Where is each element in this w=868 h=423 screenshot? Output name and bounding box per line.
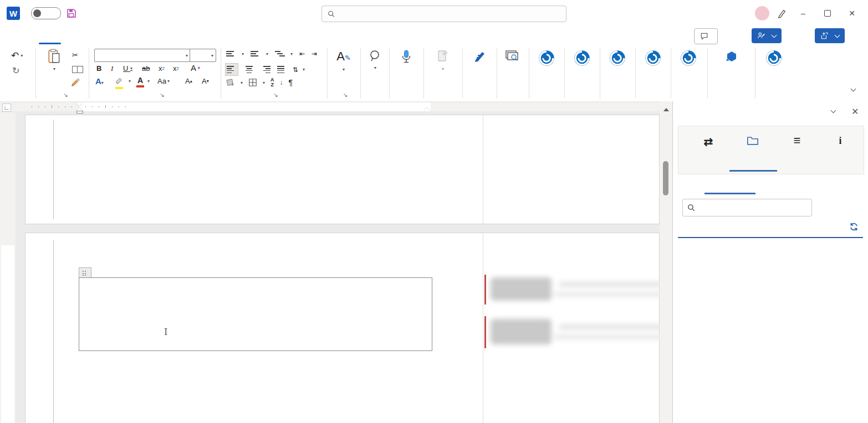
paste-button[interactable]: ▾: [42, 49, 67, 71]
align-left-button[interactable]: [225, 63, 238, 76]
styles-dialog-launcher[interactable]: ↘: [343, 92, 348, 98]
pilcrow-button[interactable]: ¶: [289, 78, 293, 87]
right-indent-marker[interactable]: [423, 107, 430, 111]
font-name-combo[interactable]: ▾: [94, 49, 191, 62]
reviewing-button[interactable]: [752, 28, 782, 43]
gep-docplus-button-2[interactable]: [566, 50, 598, 68]
page-1[interactable]: [25, 115, 660, 224]
reuse-files-button[interactable]: [498, 50, 527, 64]
font-size-combo[interactable]: ▾: [190, 49, 216, 62]
gep-docplus-button-4[interactable]: [637, 50, 668, 68]
doc-scrollbar[interactable]: [660, 101, 672, 423]
horizontal-ruler[interactable]: [0, 102, 660, 111]
page-2[interactable]: I: [25, 233, 660, 423]
ink-pen-icon[interactable]: [777, 8, 787, 18]
styles-button[interactable]: A✎ ▾: [330, 50, 357, 72]
tab-insert[interactable]: [41, 29, 45, 35]
tab-review[interactable]: [113, 29, 118, 35]
tab-mailings[interactable]: [99, 29, 103, 35]
subscript-button[interactable]: x2: [159, 64, 165, 73]
font-color-button[interactable]: A: [136, 76, 144, 87]
gep-docplus-button-3[interactable]: [602, 50, 633, 68]
payment-heading[interactable]: [80, 366, 82, 377]
underline-button[interactable]: U ▾: [123, 64, 132, 73]
bullet-list-button[interactable]: [226, 50, 235, 58]
gep-docplus-button-1[interactable]: [531, 50, 562, 68]
collapse-ribbon-chevron-icon[interactable]: [851, 86, 856, 92]
editor-button[interactable]: [464, 50, 494, 65]
editing-button[interactable]: ▾: [362, 50, 388, 70]
tab-view[interactable]: [127, 29, 132, 35]
titlebar-search-input[interactable]: [340, 9, 560, 19]
minimize-button[interactable]: –: [795, 5, 811, 22]
show-taskpane-button[interactable]: [711, 50, 753, 66]
panel-nav-info[interactable]: i: [824, 135, 857, 149]
tab-help[interactable]: [156, 29, 161, 35]
revision-balloon-1[interactable]: [487, 273, 682, 309]
format-painter-button[interactable]: [71, 78, 80, 89]
panel-nav-actions[interactable]: ⇄: [691, 136, 726, 151]
clause-search-input[interactable]: [700, 203, 785, 213]
tab-home[interactable]: [27, 29, 31, 35]
clause-search[interactable]: [682, 199, 812, 216]
panel-nav-library[interactable]: [735, 135, 770, 149]
sensitivity-button[interactable]: ▾: [426, 50, 460, 71]
tab-xauthor-templates[interactable]: [185, 29, 190, 35]
tab-references[interactable]: [84, 29, 89, 35]
scrollbar-thumb[interactable]: [663, 161, 668, 195]
paragraph-dialog-launcher[interactable]: ↘: [273, 92, 278, 98]
align-right-button[interactable]: [259, 63, 272, 76]
tab-layout[interactable]: [70, 29, 74, 35]
cut-button[interactable]: ✂: [72, 51, 78, 59]
superscript-button[interactable]: x2: [173, 64, 179, 73]
clause-content-control-tag[interactable]: [79, 267, 91, 278]
panel-collapse-chevron-icon[interactable]: [831, 108, 836, 114]
close-button[interactable]: ✕: [844, 5, 860, 22]
borders-button[interactable]: [248, 78, 257, 87]
restore-button[interactable]: [819, 5, 836, 22]
sort-button[interactable]: AZ: [270, 78, 274, 87]
bold-button[interactable]: B: [96, 64, 101, 73]
titlebar-search[interactable]: [321, 6, 566, 22]
increase-indent-button[interactable]: ⇥: [312, 50, 317, 58]
gep-docplus-button-5[interactable]: [673, 50, 704, 68]
tab-design[interactable]: [55, 29, 60, 35]
italic-button[interactable]: I: [111, 64, 113, 73]
revision-balloon-2[interactable]: [487, 313, 682, 353]
copy-button[interactable]: [72, 64, 83, 75]
share-button[interactable]: [815, 28, 845, 43]
scroll-up-arrow[interactable]: [663, 108, 669, 111]
left-indent-marker[interactable]: [76, 111, 83, 114]
gep-docplus-button-6[interactable]: [758, 50, 789, 68]
line-spacing-button[interactable]: ⇅: [293, 66, 298, 74]
clause-box[interactable]: I: [79, 277, 432, 351]
panel-nav-navigator[interactable]: ≡: [779, 135, 815, 150]
highlight-button[interactable]: [115, 76, 124, 89]
font-dialog-launcher[interactable]: ↘: [160, 92, 164, 98]
justify-button[interactable]: [276, 63, 288, 76]
vertical-ruler[interactable]: [0, 112, 16, 423]
first-line-indent-marker[interactable]: [76, 103, 83, 106]
tab-developer[interactable]: [142, 29, 146, 35]
strikethrough-button[interactable]: ab: [142, 64, 150, 73]
comments-button[interactable]: [694, 28, 718, 44]
redo-button[interactable]: ↻: [12, 65, 19, 76]
dictate-button[interactable]: [391, 50, 421, 65]
clipboard-dialog-launcher[interactable]: ↘: [63, 92, 68, 98]
payment-item[interactable]: [94, 383, 448, 394]
align-center-button[interactable]: [243, 63, 255, 76]
grow-font-button[interactable]: A▴: [185, 77, 192, 85]
shrink-font-button[interactable]: A▾: [202, 77, 209, 85]
avatar[interactable]: [755, 6, 769, 20]
shading-button[interactable]: [226, 78, 235, 87]
save-icon[interactable]: [67, 8, 76, 18]
clear-formatting-button[interactable]: A✦: [191, 63, 201, 73]
change-case-button[interactable]: Aa▾: [157, 77, 170, 85]
autosave-toggle[interactable]: [31, 7, 61, 19]
tab-xauthor-contracts[interactable]: [171, 29, 175, 35]
refresh-icon[interactable]: [849, 222, 859, 231]
numbered-list-button[interactable]: [251, 50, 259, 58]
tab-file[interactable]: [12, 29, 17, 35]
decrease-indent-button[interactable]: ⇤: [299, 50, 305, 58]
tab-selector[interactable]: ∟: [2, 104, 11, 112]
